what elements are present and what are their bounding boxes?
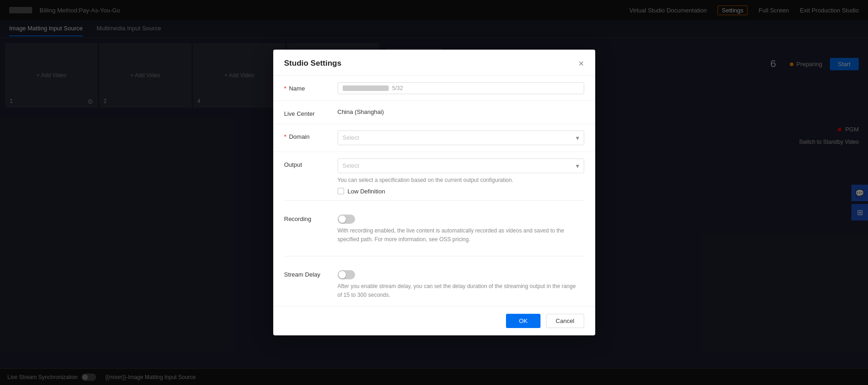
live-center-row: Live Center China (Shanghai) (273, 101, 595, 124)
live-center-label: Live Center (284, 108, 330, 117)
divider2 (284, 256, 584, 256)
low-def-label: Low Definition (348, 188, 385, 195)
recording-toggle-wrap (338, 213, 584, 224)
name-input-box: 5/32 (338, 82, 584, 94)
stream-delay-label: Stream Delay (284, 268, 330, 300)
recording-label: Recording (284, 213, 330, 244)
domain-placeholder: Select (343, 134, 359, 141)
low-def-checkbox[interactable] (338, 188, 344, 194)
recording-control: With recording enabled, the live content… (338, 213, 584, 244)
recording-row: Recording With recording enabled, the li… (273, 206, 595, 250)
recording-row-inner: Recording With recording enabled, the li… (284, 213, 584, 244)
stream-delay-control: After you enable stream delay, you can s… (338, 268, 584, 300)
chevron-down-icon: ▾ (576, 134, 579, 142)
stream-delay-row: Stream Delay After you enable stream del… (273, 262, 595, 306)
modal-body: * Name 5/32 Live Center China (Sha (273, 76, 595, 306)
modal-footer: OK Cancel (273, 306, 595, 335)
stream-delay-toggle[interactable] (338, 270, 355, 279)
divider (284, 200, 584, 201)
stream-delay-toggle-wrap (338, 268, 584, 279)
output-placeholder: Select (343, 162, 359, 169)
name-row: * Name 5/32 (273, 76, 595, 101)
output-label: Output (284, 159, 330, 195)
low-def-row: Low Definition (338, 188, 584, 195)
modal-overlay: Studio Settings × * Name 5/32 (0, 0, 868, 385)
char-count: 5/32 (392, 85, 403, 91)
name-label: * Name (284, 82, 330, 92)
cancel-button[interactable]: Cancel (546, 314, 584, 328)
ok-button[interactable]: OK (506, 314, 540, 328)
output-row: Output Select ▾ You can select a specifi… (273, 152, 595, 195)
modal-title: Studio Settings (284, 59, 342, 68)
modal-header: Studio Settings × (273, 50, 595, 76)
domain-select[interactable]: Select ▾ (338, 130, 584, 145)
required-mark: * (284, 133, 287, 140)
recording-toggle[interactable] (338, 215, 355, 224)
close-button[interactable]: × (579, 59, 584, 68)
name-value-placeholder (343, 85, 389, 91)
required-mark: * (284, 85, 287, 92)
output-hint: You can select a specification based on … (338, 176, 584, 184)
stream-delay-row-inner: Stream Delay After you enable stream del… (284, 268, 584, 300)
domain-control: Select ▾ (338, 130, 584, 145)
output-row-inner: Output Select ▾ You can select a specifi… (284, 159, 584, 195)
domain-label: * Domain (284, 130, 330, 140)
output-control: Select ▾ You can select a specification … (338, 159, 584, 195)
domain-row: * Domain Select ▾ (273, 124, 595, 152)
live-center-control: China (Shanghai) (338, 108, 584, 116)
recording-desc: With recording enabled, the live content… (338, 226, 577, 244)
live-center-value: China (Shanghai) (338, 106, 384, 115)
chevron-down-icon: ▾ (576, 162, 579, 170)
name-control: 5/32 (338, 82, 584, 94)
output-select[interactable]: Select ▾ (338, 159, 584, 173)
studio-settings-modal: Studio Settings × * Name 5/32 (273, 50, 595, 336)
stream-delay-desc: After you enable stream delay, you can s… (338, 282, 577, 300)
